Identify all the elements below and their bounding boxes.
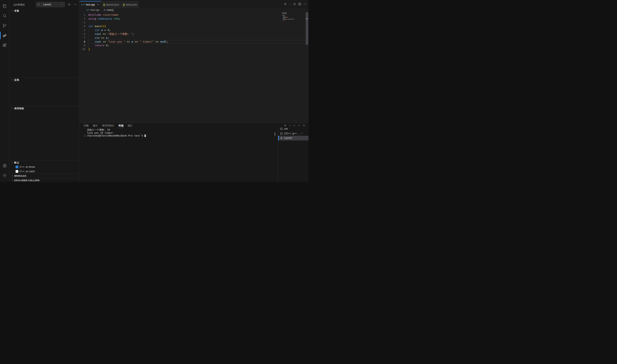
- section-label-call-stack: 调用堆栈: [14, 107, 24, 110]
- editor-scrollbar[interactable]: [305, 12, 308, 123]
- panel-tab-问题[interactable]: 问题: [84, 123, 89, 128]
- tab-close-button[interactable]: [97, 3, 99, 6]
- split-editor-button[interactable]: [298, 2, 301, 6]
- activity-bar-item-search[interactable]: [0, 11, 9, 21]
- chevron-right-icon: [100, 9, 102, 11]
- terminal-dropdown-button[interactable]: [288, 124, 291, 127]
- section-header-call-stack[interactable]: 调用堆栈: [9, 106, 79, 111]
- activity-bar-item-source-control[interactable]: [0, 21, 9, 31]
- minimap-bar: [283, 18, 284, 18]
- minimap-bar: [284, 16, 285, 17]
- breadcrumb-file[interactable]: test.cpp: [91, 9, 99, 12]
- code-line-2[interactable]: 2using namespace std;: [80, 17, 305, 21]
- code-editor[interactable]: 1#include <iostream>2using namespace std…: [80, 12, 308, 123]
- section-header-variables[interactable]: 变量: [9, 9, 79, 13]
- terminal-list-label: Launch: [284, 137, 292, 139]
- token-pl: [106, 32, 108, 36]
- section-label-breakpoints: 断点: [14, 161, 19, 164]
- code-line-7[interactable]: 7 cin >> a;: [80, 36, 305, 40]
- chevron-down-icon: [61, 3, 63, 6]
- token-kw: int: [88, 25, 93, 28]
- debug-gear-icon[interactable]: [68, 3, 71, 6]
- check-icon: [301, 132, 303, 135]
- code-line-3[interactable]: 3: [80, 21, 305, 25]
- minimap-bar: [283, 19, 284, 19]
- token-fn: <<: [103, 40, 106, 43]
- panel-tab-终端[interactable]: 终端: [119, 123, 123, 128]
- token-pl: [88, 36, 95, 39]
- run-icon: [284, 2, 287, 6]
- code-line-1[interactable]: 1#include <iostream>: [80, 13, 305, 17]
- activity-bar-item-explorer[interactable]: [0, 1, 9, 11]
- code-text: using namespace std;: [88, 17, 120, 21]
- run-button[interactable]: [284, 2, 287, 6]
- line-number: 3: [80, 21, 85, 25]
- token-fn: >>: [101, 36, 104, 39]
- section-header-excluded-callers[interactable]: EXCLUDED CALLERS: [9, 178, 79, 182]
- activity-bar-item-run-debug[interactable]: [0, 31, 9, 40]
- debug-settings-button[interactable]: [293, 2, 296, 6]
- minimap-bar: [289, 19, 289, 19]
- line-number: 1: [80, 13, 85, 17]
- minimap[interactable]: [282, 13, 296, 35]
- terminal-prompt-line[interactable]: charoneo@CharonNeodeMacBook-Pro test %: [87, 134, 271, 137]
- token-pl: [100, 28, 101, 32]
- debug-sidebar: 运行和调试 Launch 变量监视调用堆栈断点MODULESEXCLUDED C…: [9, 0, 79, 182]
- terminal-list-item-zsh[interactable]: zsh: [278, 127, 308, 131]
- editor-tab-tasks.json[interactable]: {}tasks.json: [121, 1, 139, 8]
- breadcrumb[interactable]: C++ test.cpp main(): [80, 8, 308, 12]
- activity-bar-item-accounts[interactable]: [0, 161, 9, 170]
- panel-tab-调试控制台[interactable]: 调试控制台: [102, 123, 114, 128]
- code-line-8[interactable]: 8 cout << "love you " << a << " times!" …: [80, 40, 305, 44]
- minimap-bar: [282, 13, 283, 14]
- panel-tab-输出[interactable]: 输出: [93, 123, 98, 128]
- bug-icon: [280, 137, 283, 139]
- launch-config-dropdown[interactable]: Launch: [36, 2, 65, 7]
- minimap-bar: [283, 16, 284, 17]
- code-line-9[interactable]: 9 return 0;: [80, 44, 305, 48]
- checkbox-checked[interactable]: [15, 166, 18, 168]
- code-line-6[interactable]: 6 cout << "请输入一个整数: ";: [80, 32, 305, 36]
- terminal-scrollbar-thumb[interactable]: [274, 132, 275, 136]
- start-debug-icon[interactable]: [36, 2, 41, 7]
- checkbox-unchecked[interactable]: [15, 170, 18, 173]
- activity-bar-item-settings[interactable]: [0, 170, 9, 180]
- section-header-modules[interactable]: MODULES: [9, 174, 79, 178]
- breadcrumb-symbol[interactable]: main(): [107, 9, 114, 12]
- terminal-output[interactable]: 请输入一个整数: 10love you 10 times!charoneo@Ch…: [87, 128, 271, 137]
- section-header-watch[interactable]: 监视: [9, 78, 79, 82]
- editor-tab-test.cpp[interactable]: C++test.cpp: [80, 1, 101, 8]
- section-header-breakpoints[interactable]: 断点: [9, 160, 79, 165]
- chevron-down-icon: [11, 79, 14, 81]
- breakpoint-row[interactable]: C++: on catch: [9, 169, 79, 174]
- minimap-bar: [293, 19, 294, 19]
- vscode-window: 运行和调试 Launch 变量监视调用堆栈断点MODULESEXCLUDED C…: [0, 0, 308, 182]
- breakpoint-row[interactable]: C++: on throw: [9, 165, 79, 169]
- token-type: std: [114, 17, 119, 20]
- code-line-4[interactable]: 4int main(){: [80, 25, 305, 28]
- code-text: cout << "请输入一个整数: ";: [88, 32, 134, 36]
- code-line-5[interactable]: 5 int a = 0;: [80, 28, 305, 32]
- minimap-bar: [282, 21, 282, 21]
- minimap-bar: [284, 13, 287, 13]
- chevron-right-icon: [11, 179, 14, 182]
- terminal-list-item-C/C++: g++ ...[interactable]: C/C++: g++ ...: [278, 131, 308, 136]
- more-actions-icon[interactable]: [73, 3, 77, 6]
- code-line-10[interactable]: 10}: [80, 48, 305, 51]
- activity-bar-item-extensions[interactable]: [0, 40, 9, 50]
- scrollbar-thumb[interactable]: [306, 12, 308, 45]
- minimap-bar: [282, 15, 283, 16]
- minimap-bar: [284, 16, 284, 17]
- chevron-down-icon: [11, 10, 14, 12]
- more-actions-button[interactable]: [303, 2, 306, 6]
- minimap-bar: [292, 19, 292, 19]
- minimap-bar: [287, 17, 288, 17]
- panel-tab-端口[interactable]: 端口: [128, 123, 133, 128]
- minimap-bar: [285, 19, 288, 19]
- terminal-list-item-Launch[interactable]: Launch: [278, 136, 308, 140]
- start-debug-play-icon[interactable]: [37, 3, 40, 6]
- run-dropdown-button[interactable]: [289, 3, 291, 5]
- editor-tab-launch.json[interactable]: {}launch.json: [101, 1, 121, 8]
- run-dropdown-icon: [289, 3, 291, 5]
- command-decoration-icon[interactable]: [84, 135, 86, 137]
